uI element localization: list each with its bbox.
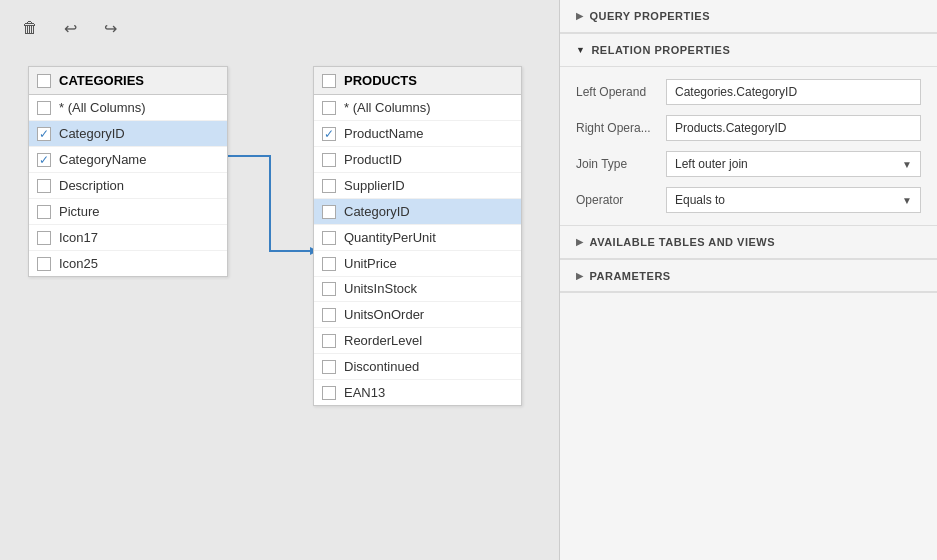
query-properties-header[interactable]: ▶ QUERY PROPERTIES: [560, 0, 937, 33]
available-tables-label: AVAILABLE TABLES AND VIEWS: [590, 236, 776, 248]
table-row[interactable]: QuantityPerUnit: [314, 225, 521, 251]
join-type-label: Join Type: [576, 157, 666, 171]
diagram-area: CATEGORIES * (All Columns) ✓ CategoryID …: [0, 56, 559, 560]
categories-header-checkbox[interactable]: [37, 74, 51, 88]
categories-table-header: CATEGORIES: [29, 67, 227, 95]
parameters-section: ▶ PARAMETERS: [560, 260, 937, 293]
unitsinstock-checkbox[interactable]: [322, 282, 336, 296]
ean13-checkbox[interactable]: [322, 386, 336, 400]
products-table: PRODUCTS * (All Columns) ✓ ProductName P…: [313, 66, 522, 406]
relation-properties-section: ▼ RELATION PROPERTIES Left Operand Categ…: [560, 34, 937, 226]
icon17-checkbox[interactable]: [37, 231, 51, 245]
join-type-select[interactable]: Left outer join ▼: [666, 151, 921, 177]
query-properties-arrow: ▶: [576, 11, 584, 21]
operator-row: Operator Equals to ▼: [576, 187, 921, 213]
available-tables-section: ▶ AVAILABLE TABLES AND VIEWS: [560, 226, 937, 260]
relation-properties-body: Left Operand Categories.CategoryID Right…: [560, 67, 937, 226]
left-operand-label: Left Operand: [576, 85, 666, 99]
operator-select[interactable]: Equals to ▼: [666, 187, 921, 213]
description-checkbox[interactable]: [37, 179, 51, 193]
categories-table: CATEGORIES * (All Columns) ✓ CategoryID …: [28, 66, 228, 277]
parameters-label: PARAMETERS: [590, 270, 671, 281]
table-row[interactable]: Discontinued: [314, 354, 521, 380]
table-row[interactable]: ✓ CategoryID: [29, 121, 227, 147]
left-operand-value[interactable]: Categories.CategoryID: [666, 79, 921, 105]
right-operand-label: Right Opera...: [576, 121, 666, 135]
productid-checkbox[interactable]: [322, 153, 336, 167]
table-row[interactable]: Description: [29, 173, 227, 199]
table-row[interactable]: * (All Columns): [314, 95, 521, 121]
query-properties-section: ▶ QUERY PROPERTIES: [560, 0, 937, 34]
categories-title: CATEGORIES: [59, 73, 144, 88]
products-title: PRODUCTS: [344, 73, 417, 88]
undo-button[interactable]: ↩: [56, 14, 84, 42]
table-row[interactable]: UnitPrice: [314, 251, 521, 277]
parameters-header[interactable]: ▶ PARAMETERS: [560, 260, 937, 292]
table-row[interactable]: Icon17: [29, 225, 227, 251]
relation-properties-header[interactable]: ▼ RELATION PROPERTIES: [560, 34, 937, 67]
unitsonorder-checkbox[interactable]: [322, 308, 336, 322]
table-row[interactable]: Picture: [29, 199, 227, 225]
table-row[interactable]: * (All Columns): [29, 95, 227, 121]
table-row[interactable]: UnitsInStock: [314, 277, 521, 302]
table-row[interactable]: ReorderLevel: [314, 328, 521, 354]
redo-button[interactable]: ↪: [96, 14, 124, 42]
operator-dropdown-arrow: ▼: [902, 195, 912, 206]
picture-checkbox[interactable]: [37, 205, 51, 219]
available-tables-arrow: ▶: [576, 237, 584, 247]
table-row[interactable]: EAN13: [314, 380, 521, 405]
table-row[interactable]: CategoryID: [314, 199, 521, 225]
unitprice-checkbox[interactable]: [322, 257, 336, 271]
table-row[interactable]: ✓ CategoryName: [29, 147, 227, 173]
relation-properties-label: RELATION PROPERTIES: [591, 44, 730, 56]
p-categoryid-checkbox[interactable]: [322, 205, 336, 219]
categoryname-checkbox[interactable]: ✓: [37, 153, 51, 167]
discontinued-checkbox[interactable]: [322, 360, 336, 374]
left-operand-row: Left Operand Categories.CategoryID: [576, 79, 921, 105]
operator-label: Operator: [576, 193, 666, 207]
table-row[interactable]: ProductID: [314, 147, 521, 173]
right-operand-value[interactable]: Products.CategoryID: [666, 115, 921, 141]
products-table-header: PRODUCTS: [314, 67, 521, 95]
table-row[interactable]: UnitsOnOrder: [314, 302, 521, 328]
categoryid-checkbox[interactable]: ✓: [37, 127, 51, 141]
query-properties-label: QUERY PROPERTIES: [590, 10, 710, 22]
products-header-checkbox[interactable]: [322, 74, 336, 88]
icon25-checkbox[interactable]: [37, 257, 51, 271]
table-row[interactable]: SupplierID: [314, 173, 521, 199]
relation-properties-arrow: ▼: [576, 45, 585, 55]
right-operand-row: Right Opera... Products.CategoryID: [576, 115, 921, 141]
operator-value: Equals to: [675, 193, 725, 207]
supplierid-checkbox[interactable]: [322, 179, 336, 193]
parameters-arrow: ▶: [576, 271, 584, 280]
diagram-panel: 🗑 ↩ ↪ CATEGORIES * (All Columns): [0, 0, 559, 560]
join-type-row: Join Type Left outer join ▼: [576, 151, 921, 177]
all-columns-checkbox[interactable]: [37, 101, 51, 115]
available-tables-header[interactable]: ▶ AVAILABLE TABLES AND VIEWS: [560, 226, 937, 259]
join-type-value: Left outer join: [675, 157, 748, 171]
table-row[interactable]: ✓ ProductName: [314, 121, 521, 147]
right-panel: ▶ QUERY PROPERTIES ▼ RELATION PROPERTIES…: [559, 0, 937, 560]
toolbar: 🗑 ↩ ↪: [0, 0, 559, 56]
delete-button[interactable]: 🗑: [16, 14, 44, 42]
table-row[interactable]: Icon25: [29, 251, 227, 276]
reorderlevel-checkbox[interactable]: [322, 334, 336, 348]
p-allcols-checkbox[interactable]: [322, 101, 336, 115]
quantityperunit-checkbox[interactable]: [322, 231, 336, 245]
productname-checkbox[interactable]: ✓: [322, 127, 336, 141]
join-type-dropdown-arrow: ▼: [902, 159, 912, 170]
